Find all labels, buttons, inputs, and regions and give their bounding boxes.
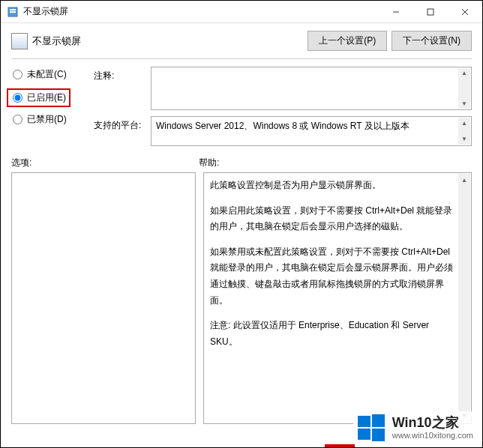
watermark-url: www.win10xitong.com [392, 431, 473, 441]
section-labels: 选项: 帮助: [1, 146, 482, 172]
maximize-button[interactable] [413, 1, 448, 23]
svg-rect-1 [10, 9, 16, 10]
watermark-bar [325, 444, 355, 447]
svg-rect-7 [358, 416, 370, 427]
platform-label: 支持的平台: [94, 116, 151, 132]
watermark: Win10之家 www.win10xitong.com [353, 411, 476, 444]
next-setting-button[interactable]: 下一个设置(N) [392, 31, 472, 51]
radio-enabled-input[interactable] [13, 93, 22, 103]
options-label: 选项: [11, 157, 199, 169]
radio-not-configured[interactable]: 未配置(C) [11, 68, 94, 81]
minimize-button[interactable] [379, 1, 413, 23]
radio-enabled[interactable]: 已启用(E) [11, 91, 66, 104]
scrollbar[interactable]: ▲▼ [458, 174, 470, 423]
platform-row: 支持的平台: Windows Server 2012、Windows 8 或 W… [94, 116, 472, 146]
radio-disabled-input[interactable] [13, 115, 22, 124]
policy-icon [11, 33, 28, 49]
window-title: 不显示锁屏 [23, 5, 379, 18]
header-row: 不显示锁屏 上一个设置(P) 下一个设置(N) [1, 23, 482, 55]
close-button[interactable] [448, 1, 482, 23]
prev-setting-button[interactable]: 上一个设置(P) [308, 31, 387, 51]
radio-disabled[interactable]: 已禁用(D) [11, 113, 94, 126]
comment-input[interactable]: ▲▼ [151, 67, 472, 110]
titlebar: 不显示锁屏 [1, 1, 482, 23]
options-panel [11, 172, 196, 424]
app-icon [7, 6, 19, 18]
platform-value: Windows Server 2012、Windows 8 或 Windows … [156, 121, 410, 131]
radio-not-configured-label: 未配置(C) [27, 68, 67, 81]
scrollbar[interactable]: ▲▼ [458, 68, 470, 109]
help-paragraph: 注意: 此设置仅适用于 Enterprise、Education 和 Serve… [210, 318, 456, 350]
policy-title: 不显示锁屏 [32, 34, 303, 48]
help-paragraph: 如果启用此策略设置，则对于不需要按 Ctrl+Alt+Del 就能登录的用户，其… [210, 203, 456, 235]
radio-not-configured-input[interactable] [13, 70, 22, 79]
svg-rect-9 [358, 429, 370, 440]
radio-enabled-highlight: 已启用(E) [7, 88, 70, 107]
comment-label: 注释: [94, 67, 151, 82]
radio-enabled-label: 已启用(E) [27, 91, 66, 104]
right-column: 注释: ▲▼ 支持的平台: Windows Server 2012、Window… [94, 67, 472, 146]
watermark-title: Win10之家 [392, 415, 473, 432]
svg-rect-2 [10, 11, 16, 13]
svg-rect-4 [428, 9, 434, 15]
help-paragraph: 如果禁用或未配置此策略设置，则对于不需要按 Ctrl+Alt+Del 就能登录的… [210, 244, 456, 309]
divider [11, 58, 472, 59]
help-panel: 此策略设置控制是否为用户显示锁屏界面。 如果启用此策略设置，则对于不需要按 Ct… [203, 172, 472, 424]
platform-box: Windows Server 2012、Windows 8 或 Windows … [151, 116, 472, 146]
svg-rect-10 [372, 429, 385, 441]
svg-rect-8 [372, 414, 385, 427]
radio-disabled-label: 已禁用(D) [27, 113, 67, 126]
scrollbar[interactable]: ▲▼ [458, 118, 470, 145]
help-paragraph: 此策略设置控制是否为用户显示锁屏界面。 [210, 178, 456, 194]
radio-group: 未配置(C) 已启用(E) 已禁用(D) [11, 67, 94, 146]
comment-row: 注释: ▲▼ [94, 67, 472, 110]
panels-row: 此策略设置控制是否为用户显示锁屏界面。 如果启用此策略设置，则对于不需要按 Ct… [1, 172, 482, 435]
windows-logo-icon [356, 413, 386, 443]
config-area: 未配置(C) 已启用(E) 已禁用(D) 注释: ▲▼ 支持的平台: Windo… [1, 67, 482, 146]
window-controls [379, 1, 482, 22]
help-label: 帮助: [199, 157, 472, 169]
